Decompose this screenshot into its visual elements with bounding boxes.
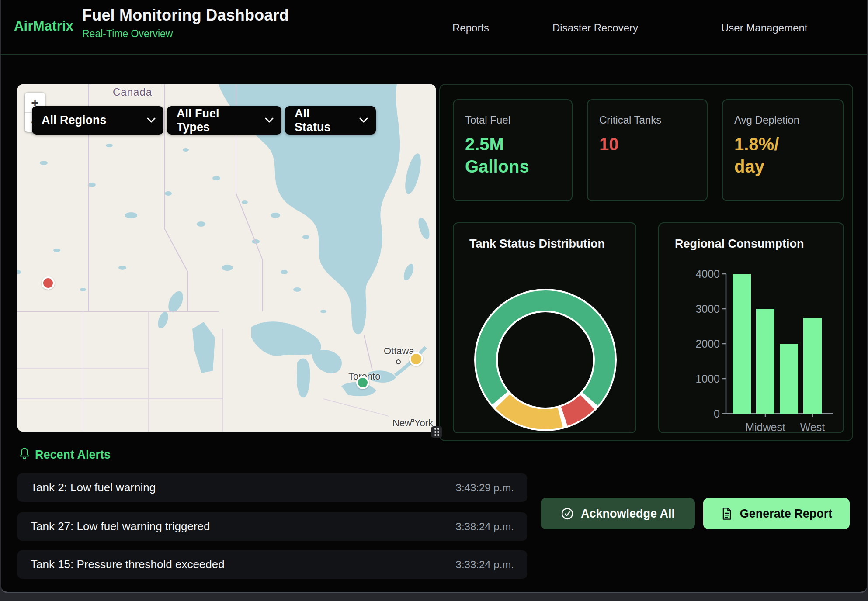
nav-reports[interactable]: Reports <box>452 22 489 34</box>
map-canvas[interactable]: Canada Ottawa Toronto New York + − All R… <box>17 84 436 432</box>
stat-label: Avg Depletion <box>734 114 831 126</box>
status-filter-value: All Status <box>295 107 348 134</box>
svg-text:4000: 4000 <box>695 268 720 280</box>
alerts-section-title: Recent Alerts <box>35 448 111 462</box>
overview-panel: Total Fuel 2.5MGallons Critical Tanks 10… <box>439 84 853 441</box>
stat-card-total-fuel: Total Fuel 2.5MGallons <box>453 99 573 201</box>
alert-timestamp: 3:33:24 p.m. <box>456 559 514 571</box>
app-window: AirMatrix Fuel Monitoring Dashboard Real… <box>0 0 868 593</box>
svg-text:West: West <box>800 421 825 433</box>
stat-card-critical-tanks: Critical Tanks 10 <box>587 99 708 201</box>
stat-value-total-fuel: 2.5MGallons <box>465 133 560 178</box>
screen: AirMatrix Fuel Monitoring Dashboard Real… <box>0 0 868 601</box>
alert-row[interactable]: Tank 2: Low fuel warning 3:43:29 p.m. <box>17 473 527 502</box>
alert-text: Tank 2: Low fuel warning <box>31 481 156 494</box>
map-marker-normal[interactable] <box>356 376 369 389</box>
regional-consumption-chart-card: Regional Consumption 01000200030004000Mi… <box>658 222 844 433</box>
svg-text:2000: 2000 <box>695 338 720 350</box>
stat-label: Total Fuel <box>465 114 560 126</box>
chart-title: Tank Status Distribution <box>469 237 605 251</box>
alert-text: Tank 27: Low fuel warning triggered <box>31 520 210 533</box>
page-subtitle: Real-Time Overview <box>82 28 173 40</box>
svg-text:0: 0 <box>714 408 720 420</box>
tank-status-donut-chart <box>454 223 636 433</box>
alert-timestamp: 3:38:24 p.m. <box>456 521 514 533</box>
region-filter-value: All Regions <box>42 114 107 127</box>
nav-disaster-recovery[interactable]: Disaster Recovery <box>552 22 638 34</box>
status-filter-select[interactable]: All Status <box>285 106 376 135</box>
tank-status-chart-card: Tank Status Distribution <box>453 222 636 433</box>
nav-user-management[interactable]: User Management <box>721 22 807 34</box>
svg-text:3000: 3000 <box>695 303 720 315</box>
region-filter-select[interactable]: All Regions <box>32 106 163 135</box>
ottawa-town-dot <box>396 359 401 364</box>
check-circle-icon <box>561 507 574 520</box>
brand-logo: AirMatrix <box>14 18 73 34</box>
svg-text:1000: 1000 <box>695 373 720 385</box>
stat-value-avg-depletion: 1.8%/day <box>734 133 831 178</box>
alert-row[interactable]: Tank 27: Low fuel warning triggered 3:38… <box>17 512 527 541</box>
map-marker-critical[interactable] <box>42 276 55 290</box>
document-icon <box>721 507 733 520</box>
map-filter-bar: All Regions All Fuel Types All Status <box>32 106 376 135</box>
map-marker-warning[interactable] <box>409 352 423 366</box>
stat-card-avg-depletion: Avg Depletion 1.8%/day <box>722 99 844 201</box>
charts-row: Tank Status Distribution Regional Consum… <box>453 222 844 433</box>
resize-grip-icon[interactable] <box>431 426 442 438</box>
page-title: Fuel Monitoring Dashboard <box>82 6 289 24</box>
chart-title: Regional Consumption <box>675 237 804 251</box>
acknowledge-all-button[interactable]: Acknowledge All <box>541 498 695 529</box>
alert-row[interactable]: Tank 15: Pressure threshold exceeded 3:3… <box>17 550 527 579</box>
stat-label: Critical Tanks <box>599 114 695 126</box>
chevron-down-icon <box>348 117 368 123</box>
stat-card-row: Total Fuel 2.5MGallons Critical Tanks 10… <box>453 99 844 201</box>
chevron-down-icon <box>135 117 156 123</box>
generate-report-label: Generate Report <box>740 507 833 521</box>
svg-text:Midwest: Midwest <box>745 421 785 433</box>
fuel-type-filter-value: All Fuel Types <box>177 107 253 134</box>
generate-report-button[interactable]: Generate Report <box>703 498 850 529</box>
alert-text: Tank 15: Pressure threshold exceeded <box>31 558 225 571</box>
regional-consumption-bar-chart: 01000200030004000MidwestWest <box>659 223 844 433</box>
bell-icon <box>18 447 31 462</box>
fuel-type-filter-select[interactable]: All Fuel Types <box>167 106 281 135</box>
new-york-town-dot <box>411 419 414 422</box>
acknowledge-all-label: Acknowledge All <box>581 507 675 521</box>
alert-timestamp: 3:43:29 p.m. <box>456 482 514 494</box>
stat-value-critical-tanks: 10 <box>599 133 695 155</box>
chevron-down-icon <box>253 117 274 123</box>
header: AirMatrix Fuel Monitoring Dashboard Real… <box>1 0 867 55</box>
map-label-canada: Canada <box>113 86 152 98</box>
